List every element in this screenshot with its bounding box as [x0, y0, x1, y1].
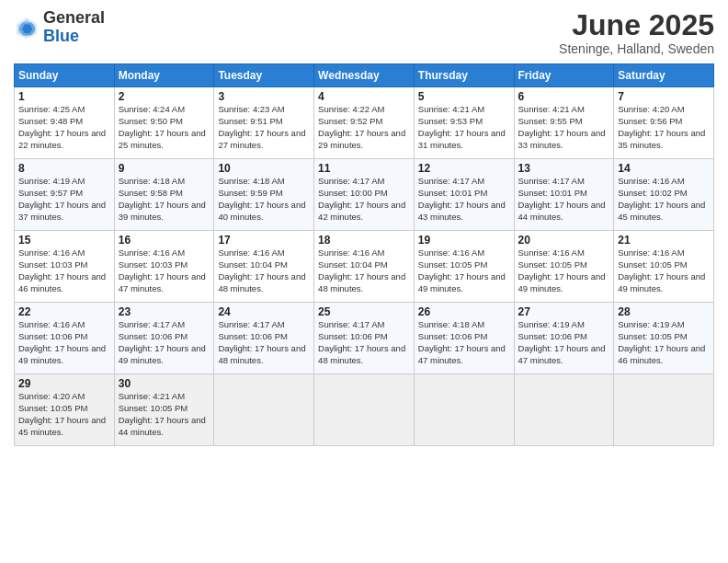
day-number: 16	[119, 234, 210, 247]
day-number: 29	[18, 377, 110, 390]
day-number: 8	[18, 162, 110, 175]
week-row-5: 29 Sunrise: 4:20 AMSunset: 10:05 PMDayli…	[15, 374, 714, 446]
day-detail: Sunrise: 4:17 AMSunset: 10:06 PMDaylight…	[119, 319, 206, 364]
cell-w2-d4: 11 Sunrise: 4:17 AMSunset: 10:00 PMDayli…	[314, 159, 415, 231]
col-wednesday: Wednesday	[314, 64, 415, 87]
day-number: 23	[119, 305, 210, 318]
cell-w3-d6: 20 Sunrise: 4:16 AMSunset: 10:05 PMDayli…	[514, 231, 614, 303]
cell-w4-d4: 25 Sunrise: 4:17 AMSunset: 10:06 PMDayli…	[314, 303, 415, 374]
day-detail: Sunrise: 4:24 AMSunset: 9:50 PMDaylight:…	[119, 104, 206, 149]
day-detail: Sunrise: 4:16 AMSunset: 10:04 PMDaylight…	[318, 247, 405, 293]
day-number: 3	[218, 90, 310, 103]
cell-w5-d7	[614, 374, 714, 446]
day-detail: Sunrise: 4:16 AMSunset: 10:05 PMDaylight…	[618, 247, 705, 293]
day-detail: Sunrise: 4:20 AMSunset: 10:05 PMDaylight…	[18, 391, 106, 436]
week-row-4: 22 Sunrise: 4:16 AMSunset: 10:06 PMDayli…	[15, 303, 714, 374]
logo-blue: Blue	[43, 28, 105, 46]
logo-general: General	[43, 9, 105, 28]
week-row-3: 15 Sunrise: 4:16 AMSunset: 10:03 PMDayli…	[15, 231, 714, 303]
day-detail: Sunrise: 4:16 AMSunset: 10:02 PMDaylight…	[618, 176, 705, 221]
day-number: 2	[119, 90, 210, 103]
cell-w1-d1: 1 Sunrise: 4:25 AMSunset: 9:48 PMDayligh…	[15, 87, 115, 159]
day-number: 1	[18, 90, 110, 103]
cell-w2-d7: 14 Sunrise: 4:16 AMSunset: 10:02 PMDayli…	[614, 159, 714, 231]
col-sunday: Sunday	[15, 64, 115, 87]
title-block: June 2025 Steninge, Halland, Sweden	[559, 9, 714, 56]
page: General Blue June 2025 Steninge, Halland…	[0, 0, 728, 563]
cell-w2-d6: 13 Sunrise: 4:17 AMSunset: 10:01 PMDayli…	[514, 159, 614, 231]
cell-w4-d7: 28 Sunrise: 4:19 AMSunset: 10:05 PMDayli…	[614, 303, 714, 374]
day-detail: Sunrise: 4:18 AMSunset: 9:59 PMDaylight:…	[218, 176, 305, 221]
day-number: 4	[318, 90, 410, 103]
cell-w3-d4: 18 Sunrise: 4:16 AMSunset: 10:04 PMDayli…	[314, 231, 415, 303]
day-detail: Sunrise: 4:23 AMSunset: 9:51 PMDaylight:…	[218, 104, 305, 149]
cell-w4-d6: 27 Sunrise: 4:19 AMSunset: 10:06 PMDayli…	[514, 303, 614, 374]
cell-w5-d2: 30 Sunrise: 4:21 AMSunset: 10:05 PMDayli…	[114, 374, 214, 446]
day-number: 7	[618, 90, 710, 103]
day-detail: Sunrise: 4:19 AMSunset: 10:05 PMDaylight…	[618, 319, 705, 364]
day-number: 18	[318, 234, 410, 247]
day-number: 25	[318, 305, 410, 318]
cell-w4-d5: 26 Sunrise: 4:18 AMSunset: 10:06 PMDayli…	[414, 303, 514, 374]
location: Steninge, Halland, Sweden	[559, 41, 714, 56]
day-detail: Sunrise: 4:16 AMSunset: 10:05 PMDaylight…	[518, 247, 606, 293]
day-number: 9	[119, 162, 210, 175]
cell-w1-d4: 4 Sunrise: 4:22 AMSunset: 9:52 PMDayligh…	[314, 87, 415, 159]
day-detail: Sunrise: 4:16 AMSunset: 10:06 PMDaylight…	[18, 319, 106, 364]
day-detail: Sunrise: 4:17 AMSunset: 10:01 PMDaylight…	[418, 176, 506, 221]
day-number: 10	[218, 162, 310, 175]
cell-w3-d7: 21 Sunrise: 4:16 AMSunset: 10:05 PMDayli…	[614, 231, 714, 303]
cell-w2-d2: 9 Sunrise: 4:18 AMSunset: 9:58 PMDayligh…	[114, 159, 214, 231]
week-row-2: 8 Sunrise: 4:19 AMSunset: 9:57 PMDayligh…	[15, 159, 714, 231]
col-friday: Friday	[514, 64, 614, 87]
day-number: 13	[518, 162, 610, 175]
day-detail: Sunrise: 4:18 AMSunset: 10:06 PMDaylight…	[418, 319, 506, 364]
cell-w3-d3: 17 Sunrise: 4:16 AMSunset: 10:04 PMDayli…	[214, 231, 314, 303]
day-detail: Sunrise: 4:17 AMSunset: 10:06 PMDaylight…	[218, 319, 305, 364]
cell-w5-d1: 29 Sunrise: 4:20 AMSunset: 10:05 PMDayli…	[15, 374, 115, 446]
header-row: Sunday Monday Tuesday Wednesday Thursday…	[15, 64, 714, 87]
day-detail: Sunrise: 4:16 AMSunset: 10:04 PMDaylight…	[218, 247, 305, 293]
cell-w3-d1: 15 Sunrise: 4:16 AMSunset: 10:03 PMDayli…	[15, 231, 115, 303]
calendar-header: Sunday Monday Tuesday Wednesday Thursday…	[15, 64, 714, 87]
cell-w5-d3	[214, 374, 314, 446]
day-number: 22	[18, 305, 110, 318]
cell-w1-d6: 6 Sunrise: 4:21 AMSunset: 9:55 PMDayligh…	[514, 87, 614, 159]
cell-w1-d5: 5 Sunrise: 4:21 AMSunset: 9:53 PMDayligh…	[414, 87, 514, 159]
day-detail: Sunrise: 4:22 AMSunset: 9:52 PMDaylight:…	[318, 104, 405, 149]
calendar-body: 1 Sunrise: 4:25 AMSunset: 9:48 PMDayligh…	[15, 87, 714, 446]
cell-w2-d3: 10 Sunrise: 4:18 AMSunset: 9:59 PMDaylig…	[214, 159, 314, 231]
month-title: June 2025	[559, 9, 714, 41]
col-tuesday: Tuesday	[214, 64, 314, 87]
calendar-table: Sunday Monday Tuesday Wednesday Thursday…	[14, 63, 714, 446]
day-number: 17	[218, 234, 310, 247]
day-number: 27	[518, 305, 610, 318]
day-detail: Sunrise: 4:16 AMSunset: 10:05 PMDaylight…	[418, 247, 506, 293]
cell-w1-d7: 7 Sunrise: 4:20 AMSunset: 9:56 PMDayligh…	[614, 87, 714, 159]
day-detail: Sunrise: 4:25 AMSunset: 9:48 PMDaylight:…	[18, 104, 106, 149]
cell-w4-d2: 23 Sunrise: 4:17 AMSunset: 10:06 PMDayli…	[114, 303, 214, 374]
day-number: 26	[418, 305, 510, 318]
cell-w5-d5	[414, 374, 514, 446]
logo: General Blue	[14, 9, 105, 46]
day-number: 28	[618, 305, 710, 318]
header: General Blue June 2025 Steninge, Halland…	[14, 9, 714, 56]
cell-w1-d2: 2 Sunrise: 4:24 AMSunset: 9:50 PMDayligh…	[114, 87, 214, 159]
col-saturday: Saturday	[614, 64, 714, 87]
day-detail: Sunrise: 4:21 AMSunset: 10:05 PMDaylight…	[119, 391, 206, 436]
day-number: 11	[318, 162, 410, 175]
day-detail: Sunrise: 4:16 AMSunset: 10:03 PMDaylight…	[119, 247, 206, 293]
col-monday: Monday	[114, 64, 214, 87]
day-detail: Sunrise: 4:21 AMSunset: 9:53 PMDaylight:…	[418, 104, 506, 149]
day-number: 21	[618, 234, 710, 247]
day-detail: Sunrise: 4:16 AMSunset: 10:03 PMDaylight…	[18, 247, 106, 293]
day-number: 15	[18, 234, 110, 247]
day-number: 30	[119, 377, 210, 390]
week-row-1: 1 Sunrise: 4:25 AMSunset: 9:48 PMDayligh…	[15, 87, 714, 159]
day-number: 6	[518, 90, 610, 103]
col-thursday: Thursday	[414, 64, 514, 87]
cell-w2-d5: 12 Sunrise: 4:17 AMSunset: 10:01 PMDayli…	[414, 159, 514, 231]
logo-text: General Blue	[43, 9, 105, 46]
day-number: 5	[418, 90, 510, 103]
logo-icon	[14, 15, 40, 40]
